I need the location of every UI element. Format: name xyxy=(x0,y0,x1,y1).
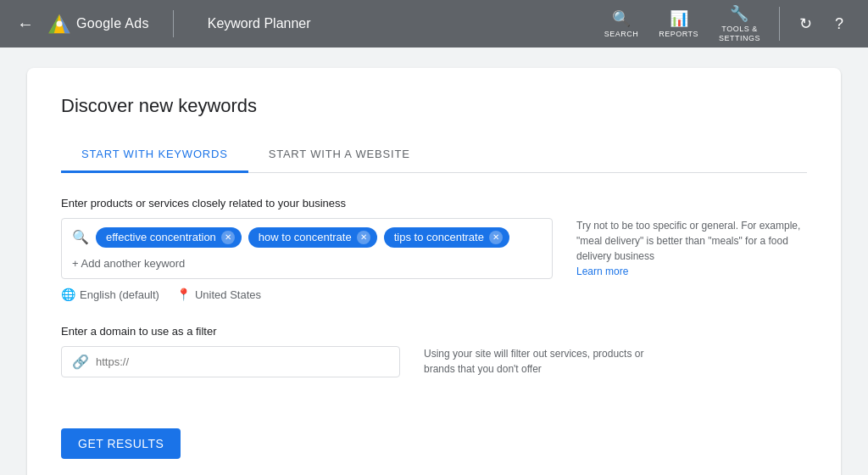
tabs-container: START WITH KEYWORDS START WITH A WEBSITE xyxy=(61,137,807,173)
keywords-search-icon: 🔍 xyxy=(72,229,89,245)
nav-divider-logo xyxy=(173,10,174,37)
nav-divider-right xyxy=(779,7,780,41)
main-content: Discover new keywords START WITH KEYWORD… xyxy=(0,48,868,475)
tools-settings-button[interactable]: 🔧 TOOLS &SETTINGS xyxy=(710,0,769,48)
tools-settings-icon: 🔧 xyxy=(730,4,748,23)
domain-input-field[interactable] xyxy=(96,355,389,368)
keywords-section: Enter products or services closely relat… xyxy=(61,197,807,301)
chip-3-text: tips to concentrate xyxy=(394,231,484,243)
domain-link-icon: 🔗 xyxy=(72,354,89,370)
google-ads-logo: Google Ads xyxy=(47,12,149,36)
get-results-button[interactable]: GET RESULTS xyxy=(61,428,181,459)
nav-left: ← Google Ads Keyword Planner xyxy=(14,10,596,37)
back-button[interactable]: ← xyxy=(14,11,37,37)
reports-nav-button[interactable]: 📊 REPORTS xyxy=(650,4,707,44)
page-title-kw: Keyword Planner xyxy=(208,16,311,31)
refresh-button[interactable]: ↻ xyxy=(790,8,821,39)
reports-nav-icon: 📊 xyxy=(670,9,688,28)
location-pin-icon: 📍 xyxy=(176,288,191,301)
domain-hint-area: Using your site will filter out services… xyxy=(400,346,654,377)
tools-settings-label: TOOLS &SETTINGS xyxy=(719,25,760,43)
chip-3-close-button[interactable]: ✕ xyxy=(489,231,503,244)
keywords-row: 🔍 effective concentration ✕ how to conce… xyxy=(61,218,807,279)
language-item: 🌐 English (default) xyxy=(61,288,159,301)
card-title: Discover new keywords xyxy=(61,95,807,117)
keyword-chip-3: tips to concentrate ✕ xyxy=(384,227,509,248)
search-nav-button[interactable]: 🔍 SEARCH xyxy=(596,4,648,44)
language-icon: 🌐 xyxy=(61,288,75,301)
location-item: 📍 United States xyxy=(176,288,261,301)
domain-row: 🔗 Using your site will filter out servic… xyxy=(61,346,807,377)
tab-start-with-keywords[interactable]: START WITH KEYWORDS xyxy=(61,137,248,173)
keywords-label: Enter products or services closely relat… xyxy=(61,197,807,210)
google-ads-logo-icon xyxy=(47,12,71,36)
google-ads-label: Google Ads xyxy=(76,16,149,31)
add-keyword-button[interactable]: + Add another keyword xyxy=(72,257,185,270)
domain-input-area[interactable]: 🔗 xyxy=(61,346,400,377)
reports-nav-label: REPORTS xyxy=(659,30,698,39)
search-nav-label: SEARCH xyxy=(604,30,639,39)
keyword-chip-2: how to concentrate ✕ xyxy=(248,227,377,248)
tab-start-with-website[interactable]: START WITH A WEBSITE xyxy=(248,137,431,173)
help-button[interactable]: ? xyxy=(824,8,854,39)
refresh-icon: ↻ xyxy=(799,14,812,33)
main-card: Discover new keywords START WITH KEYWORD… xyxy=(27,68,841,475)
keywords-hint-area: Try not to be too specific or general. F… xyxy=(553,218,807,279)
keywords-input-area[interactable]: 🔍 effective concentration ✕ how to conce… xyxy=(61,218,553,279)
domain-label: Enter a domain to use as a filter xyxy=(61,325,807,338)
top-navigation: ← Google Ads Keyword Planner 🔍 SEARCH 📊 … xyxy=(0,0,868,48)
language-location-row: 🌐 English (default) 📍 United States xyxy=(61,288,807,301)
svg-point-3 xyxy=(57,21,63,27)
chip-2-text: how to concentrate xyxy=(259,231,352,243)
keyword-chip-1: effective concentration ✕ xyxy=(96,227,242,248)
domain-section: Enter a domain to use as a filter 🔗 Usin… xyxy=(61,325,807,377)
location-text: United States xyxy=(195,288,261,301)
keywords-hint-text: Try not to be too specific or general. F… xyxy=(576,218,807,264)
learn-more-link[interactable]: Learn more xyxy=(576,265,628,277)
chip-2-close-button[interactable]: ✕ xyxy=(357,231,370,244)
search-nav-icon: 🔍 xyxy=(612,9,631,28)
domain-hint-text: Using your site will filter out services… xyxy=(424,346,654,377)
nav-right: 🔍 SEARCH 📊 REPORTS 🔧 TOOLS &SETTINGS ↻ ? xyxy=(596,0,854,48)
chip-1-close-button[interactable]: ✕ xyxy=(221,231,235,244)
help-icon: ? xyxy=(835,15,843,33)
language-text: English (default) xyxy=(80,288,159,301)
chip-1-text: effective concentration xyxy=(106,231,216,243)
